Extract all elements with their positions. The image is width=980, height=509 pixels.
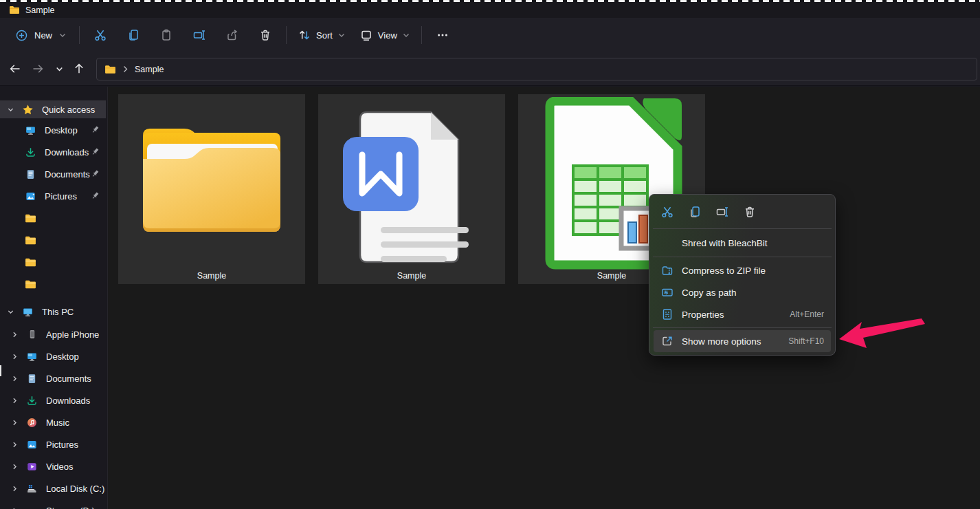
- rename-icon: [192, 28, 206, 42]
- new-button-label: New: [34, 30, 52, 41]
- file-name: Sample: [118, 271, 305, 281]
- sort-button[interactable]: Sort: [291, 23, 353, 47]
- cut-button[interactable]: [654, 200, 681, 224]
- rename-icon: [715, 205, 729, 219]
- screenshot-selection-dash-left: [0, 365, 1, 376]
- copy-icon: [126, 28, 140, 42]
- videos-icon: [26, 461, 38, 473]
- sidebar-item-label: Videos: [46, 462, 74, 472]
- sidebar-item-label: Downloads: [45, 147, 89, 158]
- disk-icon: [26, 505, 38, 509]
- sidebar-item-desktop[interactable]: Desktop: [0, 120, 106, 140]
- menu-item-copy-as-path[interactable]: Copy as path: [654, 281, 831, 303]
- sidebar-item-pictures[interactable]: Pictures: [0, 186, 106, 206]
- pin-icon: [90, 191, 100, 201]
- word-document-icon: [343, 107, 480, 269]
- context-menu-quick-actions: [652, 197, 832, 226]
- back-icon: [8, 62, 22, 76]
- chevron-down-icon: [55, 65, 64, 74]
- view-button[interactable]: View: [353, 23, 417, 47]
- paste-button[interactable]: [150, 23, 183, 47]
- menu-item-show-more-options[interactable]: Show more options Shift+F10: [654, 330, 831, 352]
- address-bar[interactable]: Sample: [96, 58, 977, 80]
- menu-item-compress-to-zip[interactable]: Compress to ZIP file: [654, 259, 831, 281]
- rename-button[interactable]: [709, 200, 736, 224]
- copy-button[interactable]: [681, 200, 709, 224]
- disk-icon: [26, 483, 38, 495]
- sidebar-this-pc-header[interactable]: This PC: [0, 303, 106, 321]
- delete-icon: [743, 205, 757, 219]
- sidebar-item-downloads[interactable]: Downloads: [0, 142, 106, 162]
- sidebar-item-label: Music: [46, 418, 69, 428]
- sidebar-item-pictures-pc[interactable]: Pictures: [0, 434, 106, 455]
- share-button[interactable]: [216, 23, 249, 47]
- sidebar-item-storage-d[interactable]: Storage (D:): [0, 500, 106, 509]
- menu-item-shred-with-bleachbit[interactable]: Shred with BleachBit: [654, 231, 831, 254]
- forward-button[interactable]: [27, 58, 49, 80]
- copy-button[interactable]: [117, 23, 150, 47]
- chevron-right-icon: [10, 485, 19, 492]
- sidebar-item-local-disk-c[interactable]: Local Disk (C:): [0, 478, 106, 499]
- pin-icon: [90, 124, 100, 135]
- sidebar-item-label: Pictures: [46, 440, 78, 450]
- sidebar-item-documents[interactable]: Documents: [0, 164, 106, 184]
- star-icon: [22, 104, 34, 116]
- menu-item-shortcut: Shift+F10: [788, 336, 824, 346]
- sidebar-section-label: Quick access: [42, 105, 95, 115]
- this-pc-icon: [22, 306, 34, 318]
- sort-button-label: Sort: [316, 30, 333, 41]
- sidebar-item-documents-pc[interactable]: Documents: [0, 368, 106, 389]
- sidebar-item-videos[interactable]: Videos: [0, 456, 106, 477]
- share-icon: [225, 28, 239, 42]
- back-button[interactable]: [4, 58, 26, 80]
- file-explorer-window: Sample New: [0, 0, 980, 509]
- chevron-down-icon: [337, 31, 346, 39]
- sidebar-item-folder[interactable]: [0, 230, 106, 250]
- toolbar-separator: [286, 26, 287, 44]
- desktop-icon: [26, 351, 38, 362]
- more-options-button[interactable]: [426, 23, 459, 47]
- folder-large-icon: [133, 116, 290, 240]
- sidebar-item-folder[interactable]: [0, 208, 106, 228]
- delete-button[interactable]: [736, 200, 764, 224]
- sort-icon: [298, 28, 311, 42]
- file-tile-folder[interactable]: Sample: [118, 94, 305, 284]
- breadcrumb-chevron-icon: [122, 65, 129, 73]
- menu-item-properties[interactable]: Properties Alt+Enter: [654, 303, 831, 325]
- breadcrumb-location[interactable]: Sample: [135, 65, 164, 74]
- sidebar-item-folder[interactable]: [0, 252, 106, 272]
- sidebar-item-desktop-pc[interactable]: Desktop: [0, 346, 106, 367]
- menu-item-label: Compress to ZIP file: [682, 266, 816, 276]
- phone-icon: [26, 329, 38, 340]
- folder-icon: [25, 257, 36, 268]
- delete-button[interactable]: [249, 23, 282, 47]
- sidebar-item-label: Pictures: [45, 191, 77, 202]
- forward-icon: [31, 62, 45, 76]
- file-tile-word-document[interactable]: Sample: [318, 94, 505, 284]
- copy-as-path-icon: [660, 285, 674, 299]
- chevron-right-icon: [10, 507, 19, 509]
- folder-icon: [25, 213, 36, 224]
- chevron-down-icon: [402, 31, 410, 39]
- cut-button[interactable]: [84, 23, 117, 47]
- up-button[interactable]: [68, 58, 90, 80]
- sidebar-section-label: This PC: [42, 307, 74, 317]
- up-icon: [72, 62, 86, 76]
- view-button-label: View: [378, 30, 397, 41]
- sidebar-item-music[interactable]: Music: [0, 412, 106, 433]
- sidebar-item-downloads-pc[interactable]: Downloads: [0, 390, 106, 411]
- delete-icon: [258, 28, 272, 42]
- menu-item-label: Show more options: [682, 336, 781, 347]
- recent-locations-button[interactable]: [48, 58, 70, 80]
- sidebar-quick-access-header[interactable]: Quick access: [0, 100, 106, 118]
- new-button[interactable]: New: [7, 23, 75, 47]
- toolbar-separator: [79, 26, 80, 44]
- sidebar-item-label: Apple iPhone: [46, 329, 99, 340]
- sidebar-item-folder[interactable]: [0, 274, 106, 294]
- rename-button[interactable]: [183, 23, 216, 47]
- properties-icon: [660, 307, 674, 321]
- menu-item-label: Copy as path: [682, 288, 816, 298]
- sidebar-item-apple-iphone[interactable]: Apple iPhone: [0, 324, 106, 345]
- chevron-down-icon: [5, 106, 15, 113]
- sidebar: Quick access Desktop Downloads Docum: [0, 87, 108, 509]
